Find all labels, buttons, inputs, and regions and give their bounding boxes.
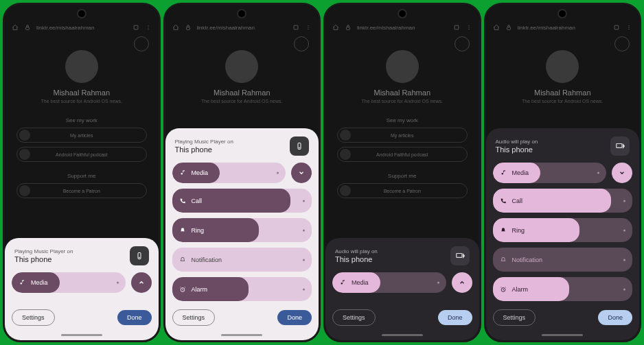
camera-notch [237, 9, 246, 19]
collapse-button[interactable] [612, 163, 632, 183]
settings-button[interactable]: Settings [172, 309, 216, 326]
phone-icon [500, 198, 507, 204]
bell-icon [500, 257, 507, 263]
output-label: Audio will play on [496, 139, 538, 145]
svg-rect-20 [456, 254, 461, 258]
more-icon[interactable] [145, 24, 152, 31]
media-slider[interactable]: Media [493, 163, 607, 183]
page-menu-icon[interactable] [134, 36, 149, 51]
svg-point-18 [468, 27, 469, 27]
phone-3-dark-collapsed: linktr.ee/mishaalrahman Mishaal Rahman T… [323, 3, 481, 342]
svg-point-19 [468, 29, 469, 29]
collapse-button[interactable] [291, 163, 312, 183]
output-device: This phone [335, 255, 378, 263]
profile-subtitle: The best source for Android OS news. [41, 99, 122, 104]
home-indicator[interactable] [382, 334, 423, 336]
home-icon[interactable] [12, 24, 19, 31]
output-device: This phone [14, 255, 73, 263]
ring-slider[interactable]: Ring [493, 218, 633, 242]
expand-button[interactable] [131, 272, 152, 293]
volume-panel-expanded: Playing Music Player on This phone Media… [165, 128, 319, 340]
svg-point-9 [308, 25, 308, 26]
alarm-slider[interactable]: Alarm [172, 277, 312, 301]
lock-icon [24, 24, 31, 31]
music-note-icon [339, 279, 346, 286]
link-podcast[interactable]: Android Faithful podcast [16, 147, 147, 162]
link-my-articles[interactable]: My articles [16, 128, 147, 143]
profile-avatar [65, 50, 98, 83]
camera-notch [398, 9, 407, 19]
done-button[interactable]: Done [598, 310, 632, 325]
panel-header: Playing Music Player on This phone [12, 245, 152, 267]
notification-slider[interactable]: Notification [493, 248, 633, 272]
phone-4-dark-expanded: linktr.ee/mishaalrahman Mishaal Rahman T… [484, 3, 642, 342]
svg-point-6 [139, 257, 139, 258]
alarm-icon [179, 286, 186, 293]
ring-slider[interactable]: Ring [172, 218, 312, 242]
volume-panel-expanded: Audio will play on This phone Media Call… [486, 128, 640, 340]
svg-point-23 [628, 25, 629, 26]
media-label: Media [31, 279, 48, 286]
profile-name: Mishaal Rahman [53, 88, 110, 97]
bell-ring-icon [179, 227, 186, 234]
section-work: See my work [66, 117, 97, 123]
svg-point-4 [148, 29, 148, 29]
svg-rect-8 [294, 25, 298, 29]
call-slider[interactable]: Call [172, 189, 312, 213]
output-label: Playing Music Player on [175, 139, 233, 145]
phone-icon [179, 198, 186, 204]
home-indicator[interactable] [542, 334, 583, 336]
phone-2-light-expanded: linktr.ee/mishaalrahman Mishaal Rahman T… [163, 3, 321, 342]
settings-button[interactable]: Settings [332, 309, 376, 326]
bell-ring-icon [500, 227, 507, 234]
camera-notch [77, 9, 87, 19]
media-slider[interactable]: Media [332, 272, 446, 293]
music-note-icon [500, 169, 507, 176]
url-text[interactable]: linktr.ee/mishaalrahman [36, 25, 127, 31]
output-device: This phone [175, 145, 233, 154]
settings-button[interactable]: Settings [493, 309, 536, 326]
svg-point-13 [299, 147, 300, 148]
home-indicator[interactable] [61, 334, 102, 336]
home-indicator[interactable] [221, 334, 262, 336]
notification-slider[interactable]: Notification [172, 248, 312, 272]
svg-rect-7 [186, 27, 189, 30]
done-button[interactable]: Done [438, 310, 472, 325]
section-support: Support me [67, 173, 95, 179]
svg-rect-16 [455, 25, 459, 29]
svg-point-10 [308, 27, 308, 27]
output-device-button[interactable] [610, 136, 630, 156]
link-patron[interactable]: Become a Patron [16, 183, 147, 198]
output-device-button[interactable] [450, 246, 470, 265]
media-slider[interactable]: Media [172, 163, 286, 183]
music-note-icon [19, 279, 25, 286]
output-device: This phone [496, 145, 538, 154]
tabs-icon[interactable] [133, 24, 139, 31]
svg-rect-15 [347, 27, 350, 30]
done-button[interactable]: Done [117, 310, 152, 325]
output-device-button[interactable] [130, 246, 149, 265]
music-note-icon [179, 169, 186, 176]
settings-button[interactable]: Settings [12, 309, 55, 326]
media-slider[interactable]: Media [12, 272, 126, 293]
svg-point-3 [148, 27, 148, 27]
expand-button[interactable] [452, 272, 472, 293]
svg-rect-22 [614, 25, 619, 29]
output-label: Playing Music Player on [14, 248, 73, 254]
svg-rect-26 [617, 144, 622, 148]
output-label: Audio will play on [335, 248, 378, 254]
output-device-button[interactable] [290, 136, 309, 156]
done-button[interactable]: Done [277, 310, 312, 325]
bell-icon [179, 257, 186, 263]
browser-bar: linktr.ee/mishaalrahman [5, 21, 159, 34]
svg-rect-21 [507, 27, 510, 30]
svg-point-17 [468, 25, 469, 26]
svg-point-24 [628, 27, 629, 27]
alarm-icon [500, 286, 507, 293]
phone-1-light-collapsed: linktr.ee/mishaalrahman Mishaal Rahman T… [3, 3, 161, 342]
svg-point-2 [148, 25, 148, 26]
svg-point-25 [628, 29, 629, 29]
alarm-slider[interactable]: Alarm [493, 277, 633, 301]
call-slider[interactable]: Call [493, 189, 633, 213]
svg-rect-0 [26, 27, 30, 30]
